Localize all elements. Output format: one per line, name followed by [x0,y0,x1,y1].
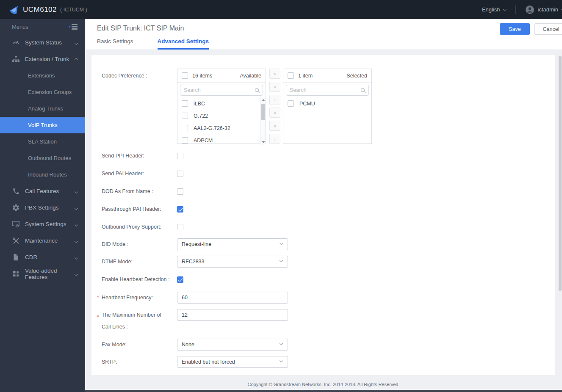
tab-advanced-settings[interactable]: Advanced Settings [158,38,209,50]
scroll-up-icon[interactable] [262,99,265,101]
heartbeat-frequency-label: * Heartbeat Frequency: [97,294,177,301]
send-ppi-header-checkbox[interactable] [177,153,183,159]
sidebar-item-outbound-routes[interactable]: Outbound Routes [0,150,85,166]
codec-checkbox[interactable] [182,125,188,131]
selected-search-input[interactable] [286,85,369,96]
username-label: ictadmin [538,6,558,13]
list-item[interactable]: PCMU [283,97,371,110]
sidebar-item-extension-groups[interactable]: Extension Groups [0,84,85,100]
collapse-sidebar-icon[interactable] [69,24,78,30]
tab-basic-settings[interactable]: Basic Settings [97,38,133,50]
topbar: UCM6102 ( ICTUCM ) English ictadmin [0,0,562,19]
available-codec-list: iLBC G.722 AAL2-G.726-32 ADPCM [177,97,266,145]
chevron-down-icon [280,342,283,345]
chevron-down-icon [75,221,78,227]
monitor-gear-icon [12,220,20,228]
chevron-up-icon [75,56,78,62]
dod-as-from-name-checkbox[interactable] [177,188,183,195]
codec-checkbox[interactable] [182,100,188,107]
scrollbar-thumb[interactable] [559,56,562,291]
content-area: Codec Preference : 16 items Available [85,50,562,392]
did-mode-label: DID Mode : [97,241,177,248]
topbar-divider [515,6,516,14]
codec-checkbox[interactable] [182,113,188,119]
page-title: Edit SIP Trunk: ICT SIP Main [97,25,184,32]
move-down-button[interactable]: ∨ [269,121,280,131]
codec-dual-list: 16 items Available iLBC [177,69,372,144]
codec-available-panel: 16 items Available iLBC [177,69,266,144]
page-header: Edit SIP Trunk: ICT SIP Main Basic Setti… [85,19,562,50]
sidebar-item-analog-trunks[interactable]: Analog Trunks [0,100,85,117]
save-button[interactable]: Save [500,23,530,35]
sidebar-item-cdr[interactable]: CDR [0,249,85,265]
sidebar-item-maintenance[interactable]: Maintenance [0,232,85,249]
move-left-button[interactable]: < [269,69,280,79]
selected-codec-list: PCMU [283,97,371,145]
enable-heartbeat-detection-checkbox[interactable] [177,276,183,283]
tools-icon [12,237,20,245]
dtmf-mode-label: DTMF Mode: [97,258,177,265]
scrollbar-thumb[interactable] [261,104,265,120]
move-bottom-button[interactable]: ↓ [269,134,280,144]
srtp-select[interactable]: Enabled but not forced [177,356,288,368]
send-pai-header-label: Send PAI Header: [97,170,177,177]
list-item[interactable]: AAL2-G.726-32 [177,122,266,134]
phone-icon [12,187,20,195]
settings-card: Codec Preference : 16 items Available [91,55,555,375]
sidebar-item-sla-station[interactable]: SLA Station [0,133,85,150]
user-menu[interactable]: ictadmin [525,5,562,14]
list-item[interactable]: iLBC [177,97,266,110]
copyright-text: Copyright © Grandstream Networks, Inc. 2… [85,382,562,387]
sidebar-item-system-settings[interactable]: System Settings [0,216,85,232]
outbound-proxy-support-checkbox[interactable] [177,224,183,230]
heartbeat-frequency-input[interactable] [177,292,288,304]
did-mode-select[interactable]: Request-line [177,238,288,250]
selected-select-all-checkbox[interactable] [288,72,294,79]
sidebar-item-pbx-settings[interactable]: PBX Settings [0,199,85,216]
chevron-down-icon [75,237,78,244]
selected-title: Selected [346,73,367,79]
move-top-button[interactable]: ↑ [269,95,280,105]
list-item[interactable]: G.722 [177,110,266,122]
grandstream-logo-icon [8,5,19,15]
page-scrollbar[interactable] [559,56,562,291]
cancel-button[interactable]: Cancel [534,23,562,35]
send-pai-header-checkbox[interactable] [177,171,183,177]
scroll-down-icon[interactable] [262,141,265,143]
required-marker: * [97,311,99,323]
passthrough-pai-header-label: Passthrough PAI Header: [97,206,177,213]
passthrough-pai-header-checkbox[interactable] [177,206,183,213]
available-search-input[interactable] [180,85,263,96]
menus-label: Menus [12,24,28,30]
sidebar-item-inbound-routes[interactable]: Inbound Routes [0,166,85,183]
dtmf-mode-select[interactable]: RFC2833 [177,256,288,268]
sidebar-item-voip-trunks[interactable]: VoIP Trunks [0,117,85,133]
sidebar-item-extension-trunk[interactable]: Extension / Trunk [0,51,85,67]
srtp-label: SRTP: [97,359,177,366]
move-up-button[interactable]: ∧ [269,108,280,118]
chevron-down-icon [75,39,78,46]
dod-as-from-name-label: DOD As From Name : [97,188,177,195]
max-call-lines-input[interactable] [177,309,288,321]
list-scrollbar[interactable] [260,97,266,145]
list-item[interactable]: ADPCM [177,134,266,145]
sidebar-item-extensions[interactable]: Extensions [0,67,85,84]
available-select-all-checkbox[interactable] [182,72,188,79]
chevron-down-icon [75,254,78,260]
sidebar-item-value-added-features[interactable]: Value-added Features [0,265,85,282]
required-marker: * [97,294,99,301]
fax-mode-select[interactable]: None [177,339,288,351]
chevron-down-icon [280,359,283,362]
codec-checkbox[interactable] [182,137,188,144]
move-right-button[interactable]: > [269,82,280,92]
chevron-down-icon [280,259,283,262]
language-selector[interactable]: English [482,6,506,13]
grid-icon [12,270,20,278]
sidebar: Menus System Status Extension / Trunk Ex… [0,19,85,392]
sidebar-item-system-status[interactable]: System Status [0,34,85,51]
codec-checkbox[interactable] [288,100,294,107]
chevron-down-icon [280,241,283,245]
chevron-down-icon [75,271,78,277]
codec-preference-label: Codec Preference : [97,69,177,80]
sidebar-item-call-features[interactable]: Call Features [0,183,85,199]
